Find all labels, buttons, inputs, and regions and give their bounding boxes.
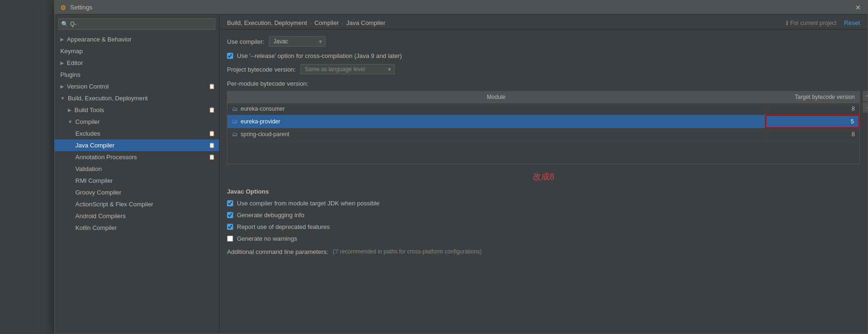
sidebar-label: Plugins (60, 71, 81, 78)
compiler-select-wrapper: Javac ▼ (269, 36, 325, 47)
sidebar-label: Build, Execution, Deployment (68, 95, 148, 102)
sidebar-label: ActionScript & Flex Compiler (75, 201, 153, 208)
add-module-button[interactable]: + (863, 91, 868, 101)
settings-content: Build, Execution, Deployment › Compiler … (219, 15, 868, 334)
sidebar-item-editor[interactable]: ▶ Editor (55, 57, 219, 69)
sidebar-item-java-compiler[interactable]: Java Compiler 📋 (55, 139, 219, 151)
use-compiler-label: Use compiler: (227, 38, 264, 45)
sidebar-item-actionscript-flex[interactable]: ActionScript & Flex Compiler (55, 198, 219, 210)
bytecode-version-cell: 8 (765, 129, 860, 140)
bytecode-select-wrapper: Same as language level ▼ (300, 64, 395, 74)
search-icon: 🔍 (61, 21, 68, 27)
sidebar-label: Version Control (67, 83, 109, 90)
sidebar-item-validation[interactable]: Validation (55, 163, 219, 175)
for-current-project-label: ℹ For current project (786, 20, 836, 26)
expand-arrow: ▶ (68, 107, 72, 113)
javac-option-checkbox-2[interactable] (227, 224, 233, 230)
empty-table-space (227, 140, 860, 164)
expand-arrow: ▶ (60, 84, 64, 89)
bytecode-version-cell-selected[interactable]: 5 (765, 115, 860, 128)
javac-option-checkbox-0[interactable] (227, 200, 233, 206)
copy-icon: 📋 (209, 142, 215, 148)
content-body: Use compiler: Javac ▼ Use '--release' op… (219, 30, 868, 334)
release-option-checkbox[interactable] (227, 53, 233, 59)
bytecode-version-cell: 8 (765, 103, 860, 114)
javac-option-2: Report use of deprecated features (227, 223, 860, 230)
sidebar-item-build-exec-deploy[interactable]: ▼ Build, Execution, Deployment (55, 92, 219, 104)
bytecode-version-row: Project bytecode version: Same as langua… (227, 64, 860, 74)
sidebar-label: Editor (67, 59, 83, 66)
search-input[interactable] (58, 18, 215, 30)
column-header-module: Module (227, 91, 765, 103)
expand-arrow: ▶ (60, 60, 64, 65)
settings-sidebar: 🔍 ▶ Appearance & Behavior Keymap ▶ Edito… (55, 15, 219, 334)
table-row-eureka-consumer[interactable]: 🗂 eureka-consumer 8 (227, 103, 860, 115)
settings-dialog: ⚙ Settings ✕ 🔍 ▶ Appearance & Behavior (54, 0, 868, 334)
sidebar-item-version-control[interactable]: ▶ Version Control 📋 (55, 81, 219, 92)
javac-option-label-1: Generate debugging info (237, 212, 304, 219)
remove-module-button[interactable]: - (863, 102, 868, 113)
release-option-row: Use '--release' option for cross-compila… (227, 52, 860, 59)
sidebar-label: Build Tools (74, 106, 104, 114)
javac-option-3: Generate no warnings (227, 235, 860, 242)
sidebar-item-excludes[interactable]: Excludes 📋 (55, 128, 219, 139)
dialog-body: 🔍 ▶ Appearance & Behavior Keymap ▶ Edito… (55, 15, 868, 334)
javac-option-label-3: Generate no warnings (237, 235, 297, 242)
folder-icon: 🗂 (232, 106, 238, 112)
sidebar-label: Kotlin Compiler (75, 224, 117, 231)
folder-icon: 🗂 (232, 131, 238, 138)
bytecode-version-label: Project bytecode version: (227, 66, 296, 73)
expand-arrow: ▼ (60, 96, 65, 101)
dialog-title-bar: ⚙ Settings ✕ (55, 0, 868, 15)
table-buttons: + - (863, 91, 868, 113)
content-header: Build, Execution, Deployment › Compiler … (219, 15, 868, 30)
breadcrumb-part1: Build, Execution, Deployment (227, 19, 307, 26)
sidebar-item-compiler[interactable]: ▼ Compiler (55, 116, 219, 128)
breadcrumb-sep1: › (310, 20, 312, 26)
table-row-eureka-provider[interactable]: 🗂 eureka-provider 5 (227, 115, 860, 129)
sidebar-item-appearance[interactable]: ▶ Appearance & Behavior (55, 33, 219, 45)
search-box: 🔍 (58, 18, 215, 30)
sidebar-label: Validation (75, 165, 102, 172)
expand-arrow: ▶ (60, 37, 64, 42)
module-name: eureka-consumer (241, 106, 284, 112)
javac-options-section: Javac Options Use compiler from module t… (227, 188, 860, 255)
sidebar-item-build-tools[interactable]: ▶ Build Tools 📋 (55, 104, 219, 116)
copy-icon: 📋 (209, 107, 215, 113)
javac-option-checkbox-3[interactable] (227, 236, 233, 242)
module-table-container: Module Target bytecode version 🗂 eureka-… (227, 91, 860, 164)
sidebar-label: Keymap (60, 48, 83, 55)
module-name-cell: 🗂 eureka-provider (227, 116, 765, 127)
sidebar-item-android-compilers[interactable]: Android Compilers (55, 210, 219, 222)
compiler-select[interactable]: Javac (269, 36, 325, 47)
module-name-cell: 🗂 eureka-consumer (227, 103, 765, 114)
cmd-params-row: Additional command line parameters: ('/'… (227, 247, 860, 255)
breadcrumb-part2: Compiler (314, 19, 339, 26)
javac-option-0: Use compiler from module target JDK when… (227, 200, 860, 207)
module-table-wrapper: Module Target bytecode version 🗂 eureka-… (227, 91, 860, 184)
cmd-params-label: Additional command line parameters: (227, 247, 328, 255)
close-button[interactable]: ✕ (854, 4, 862, 11)
settings-icon: ⚙ (60, 4, 66, 11)
sidebar-item-groovy-compiler[interactable]: Groovy Compiler (55, 187, 219, 198)
per-module-label: Per-module bytecode version: (227, 80, 860, 87)
javac-option-checkbox-1[interactable] (227, 212, 233, 218)
sidebar-label: RMI Compiler (75, 177, 113, 184)
javac-options-title: Javac Options (227, 188, 860, 195)
sidebar-item-kotlin-compiler[interactable]: Kotlin Compiler (55, 222, 219, 234)
reset-button[interactable]: Reset (844, 19, 860, 26)
sidebar-item-plugins[interactable]: Plugins (55, 69, 219, 81)
sidebar-label: Appearance & Behavior (67, 36, 131, 43)
sidebar-item-keymap[interactable]: Keymap (55, 45, 219, 57)
table-header: Module Target bytecode version (227, 91, 860, 103)
module-name: spring-cloud-parent (241, 131, 289, 138)
bytecode-version-select[interactable]: Same as language level (300, 64, 395, 74)
table-row-spring-cloud-parent[interactable]: 🗂 spring-cloud-parent 8 (227, 129, 860, 140)
module-name: eureka-provider (241, 118, 280, 125)
sidebar-item-annotation-processors[interactable]: Annotation Processors 📋 (55, 151, 219, 163)
info-icon: ℹ (786, 20, 788, 26)
javac-option-label-0: Use compiler from module target JDK when… (237, 200, 380, 207)
javac-option-label-2: Report use of deprecated features (237, 223, 330, 230)
sidebar-item-rmi-compiler[interactable]: RMI Compiler (55, 175, 219, 187)
cmd-params-hint: ('/' recommended in paths for cross-plat… (333, 247, 482, 255)
